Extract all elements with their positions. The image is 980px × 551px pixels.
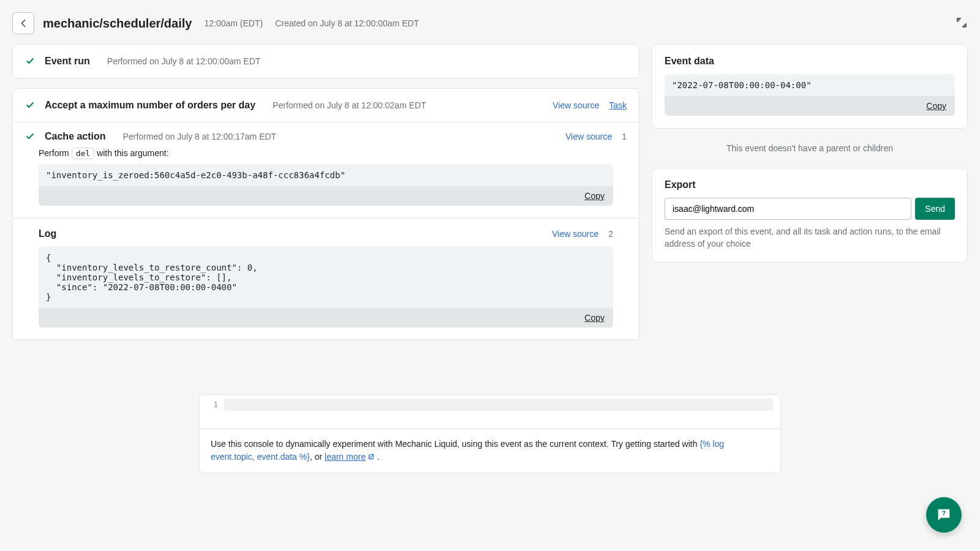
cache-command: del xyxy=(72,148,94,159)
cache-seq: 1 xyxy=(622,132,627,141)
svg-text:?: ? xyxy=(942,509,946,517)
log-content: { "inventory_levels_to_restore_count": 0… xyxy=(39,247,613,308)
export-help: Send an export of this event, and all it… xyxy=(665,226,955,250)
relation-note: This event doesn't have a parent or chil… xyxy=(652,138,968,158)
check-icon xyxy=(25,132,35,141)
task-card: Accept a maximum number of orders per da… xyxy=(12,88,639,340)
task-performed: Performed on July 8 at 12:00:02am EDT xyxy=(273,100,426,110)
external-link-icon xyxy=(368,452,375,462)
event-run-card: Event run Performed on July 8 at 12:00:0… xyxy=(12,44,639,78)
log-view-source-link[interactable]: View source xyxy=(552,229,598,239)
cache-performed: Performed on July 8 at 12:00:17am EDT xyxy=(123,132,277,141)
cache-view-source-link[interactable]: View source xyxy=(565,132,612,141)
cache-argument: "inventory_is_zeroed:560c4a5d-e2c0-493b-… xyxy=(39,164,613,186)
console-hint-suffix: . xyxy=(375,452,380,462)
console-editor[interactable]: 1 xyxy=(200,395,780,429)
back-button[interactable] xyxy=(12,12,34,34)
arrow-left-icon xyxy=(18,18,29,29)
console-hint-mid: , or xyxy=(310,452,325,462)
console-input-line[interactable] xyxy=(224,399,773,411)
header-time: 12:00am (EDT) xyxy=(204,18,263,28)
cache-perform-line: Perform del with this argument: xyxy=(39,148,613,158)
log-block: { "inventory_levels_to_restore_count": 0… xyxy=(39,247,613,328)
expand-button[interactable] xyxy=(956,17,968,31)
event-data-content: "2022-07-08T00:00:00-04:00" xyxy=(665,74,955,96)
cache-copy-button[interactable]: Copy xyxy=(584,191,605,201)
task-view-source-link[interactable]: View source xyxy=(552,100,599,110)
console-line-number: 1 xyxy=(200,395,224,429)
log-copy-button[interactable]: Copy xyxy=(584,313,605,323)
header-created: Created on July 8 at 12:00:00am EDT xyxy=(275,18,419,28)
check-icon xyxy=(25,56,35,66)
export-send-button[interactable]: Send xyxy=(915,198,955,220)
export-card: Export Send Send an export of this event… xyxy=(652,168,968,263)
cache-perform-suffix: with this argument: xyxy=(97,148,169,158)
chat-icon: ? xyxy=(935,506,952,523)
cache-perform-prefix: Perform xyxy=(39,148,69,158)
export-email-input[interactable] xyxy=(665,198,911,220)
check-icon xyxy=(25,100,35,110)
cache-argument-block: "inventory_is_zeroed:560c4a5d-e2c0-493b-… xyxy=(39,164,613,206)
log-title: Log xyxy=(39,228,56,239)
log-seq: 2 xyxy=(608,229,613,239)
chat-button[interactable]: ? xyxy=(926,497,962,533)
cache-title: Cache action xyxy=(45,131,106,142)
export-title: Export xyxy=(652,168,967,198)
learn-more-link[interactable]: learn more xyxy=(325,452,366,462)
task-link[interactable]: Task xyxy=(609,100,627,110)
task-title: Accept a maximum number of orders per da… xyxy=(45,100,255,111)
event-data-block: "2022-07-08T00:00:00-04:00" Copy xyxy=(665,74,955,116)
page-title: mechanic/scheduler/daily xyxy=(43,17,192,31)
expand-icon xyxy=(956,17,968,29)
console-hint-prefix: Use this console to dynamically experime… xyxy=(211,439,699,449)
event-run-performed: Performed on July 8 at 12:00:00am EDT xyxy=(107,56,261,66)
event-run-title: Event run xyxy=(45,56,90,67)
event-data-card: Event data "2022-07-08T00:00:00-04:00" C… xyxy=(652,44,968,129)
event-data-copy-button[interactable]: Copy xyxy=(926,101,946,111)
event-data-title: Event data xyxy=(652,45,967,74)
liquid-console: 1 Use this console to dynamically experi… xyxy=(199,394,781,473)
